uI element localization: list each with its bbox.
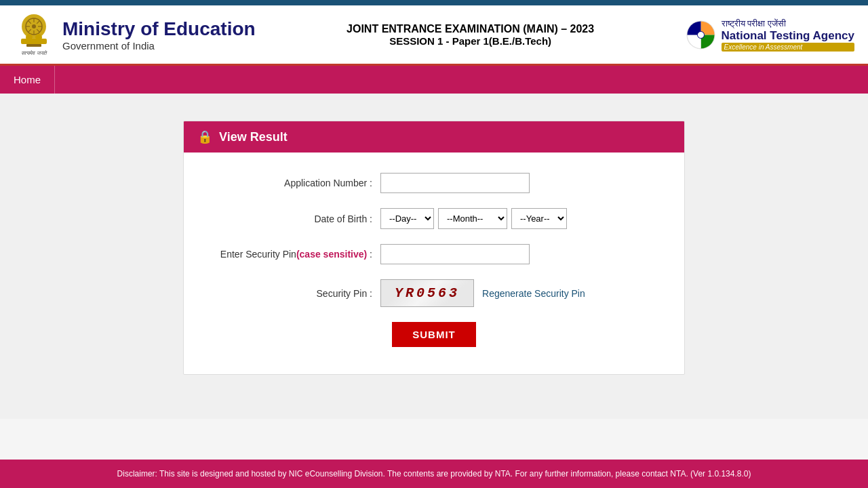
year-select[interactable]: --Year-- 2005200420032002 20012000199919… [511,208,567,229]
security-pin-display-label: Security Pin : [211,288,380,299]
svg-text:सत्यमेव जयते: सत्यमेव जयते [21,49,47,56]
svg-point-13 [26,34,33,41]
security-pin-input-label: Enter Security Pin(case sensitive) : [211,249,380,260]
dob-label: Date of Birth : [211,214,380,224]
main-content: 🔒 View Result Application Number : Date … [0,94,868,419]
nav-home[interactable]: Home [0,66,55,94]
nta-logo: राष्ट्रीय परीक्षा एजेंसी National Testin… [686,18,854,52]
captcha-display: YR0563 [380,279,474,307]
security-pin-input-row: Enter Security Pin(case sensitive) : [211,244,657,264]
ministry-text: Ministry of Education Government of Indi… [62,18,256,52]
svg-point-17 [697,31,704,38]
footer: Disclaimer: This site is designed and ho… [0,460,868,488]
submit-row: SUBMIT [211,322,657,347]
footer-disclaimer: Disclaimer: This site is designed and ho… [117,469,751,479]
application-number-input[interactable] [380,173,530,193]
header-left: सत्यमेव जयते Ministry of Education Gover… [14,11,256,58]
captcha-area: YR0563 Regenerate Security Pin [380,279,585,307]
nta-english-name: National Testing Agency [722,29,854,43]
submit-button[interactable]: SUBMIT [392,322,476,347]
security-pin-label-text: Enter Security Pin [220,249,296,260]
ashoka-emblem-icon: सत्यमेव जयते [14,13,54,57]
svg-rect-12 [26,44,41,47]
card-header: 🔒 View Result [184,121,684,152]
lock-icon: 🔒 [197,129,212,144]
emblem-logo: सत्यमेव जयते [14,11,54,58]
header-right: राष्ट्रीय परीक्षा एजेंसी National Testin… [686,18,854,52]
svg-rect-11 [21,39,47,44]
dob-row: Date of Birth : --Day-- 0102030405 06070… [211,208,657,229]
svg-point-14 [35,34,42,41]
security-pin-suffix: : [367,249,372,260]
application-number-label: Application Number : [211,178,380,188]
regenerate-link[interactable]: Regenerate Security Pin [482,288,585,299]
month-select[interactable]: --Month-- JanuaryFebruaryMarch AprilMayJ… [438,208,507,229]
nta-hindi-name: राष्ट्रीय परीक्षा एजेंसी [722,18,854,29]
nta-tagline: Excellence in Assessment [722,43,854,52]
application-number-row: Application Number : [211,173,657,193]
exam-title: JOINT ENTRANCE EXAMINATION (MAIN) – 2023 [347,23,594,35]
day-select[interactable]: --Day-- 0102030405 0607080910 1112131415… [380,208,434,229]
ministry-name: Ministry of Education [62,18,256,40]
svg-point-2 [32,24,36,28]
exam-subtitle: SESSION 1 - Paper 1(B.E./B.Tech) [347,35,594,47]
header: सत्यमेव जयते Ministry of Education Gover… [0,5,868,66]
ministry-subtext: Government of India [62,40,256,52]
security-pin-input[interactable] [380,244,530,264]
navbar: Home [0,66,868,94]
view-result-card: 🔒 View Result Application Number : Date … [183,121,685,375]
card-title: View Result [219,130,288,144]
card-body: Application Number : Date of Birth : --D… [184,152,684,374]
security-pin-sensitive-text: (case sensitive) [296,249,367,260]
captcha-row: Security Pin : YR0563 Regenerate Securit… [211,279,657,307]
header-center: JOINT ENTRANCE EXAMINATION (MAIN) – 2023… [347,23,594,47]
nta-wheel-icon [686,20,716,50]
dob-selects: --Day-- 0102030405 0607080910 1112131415… [380,208,567,229]
top-stripe [0,0,868,5]
nta-text-block: राष्ट्रीय परीक्षा एजेंसी National Testin… [722,18,854,52]
